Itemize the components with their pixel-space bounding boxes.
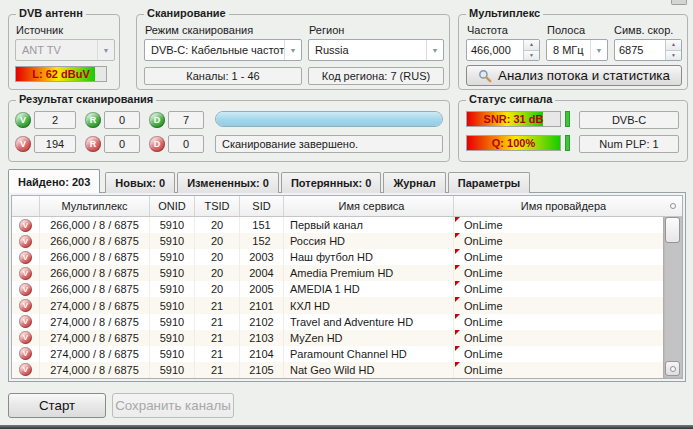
band-select[interactable]: 8 МГц ▼ (546, 39, 608, 61)
scan-mode-select[interactable]: DVB-C: Кабельные частоты ▼ (144, 39, 302, 61)
table-row[interactable]: V 274,000 / 8 / 6875 5910 21 2103 MyZen … (12, 330, 663, 346)
cell-sid: 2104 (240, 346, 284, 362)
mux-group-title: Мультиплекс (466, 7, 543, 19)
table-row[interactable]: V 266,000 / 8 / 6875 5910 20 2003 Наш фу… (12, 249, 663, 265)
cell-provider-name: OnLime (454, 330, 663, 346)
dvb-scanner-window: DVB антенн Источник ANT TV ▼ L: 62 dBuV … (0, 0, 693, 429)
modified-marker-icon (455, 362, 460, 367)
cell-onid: 5910 (150, 217, 195, 233)
table-row[interactable]: V 274,000 / 8 / 6875 5910 21 2105 Nat Ge… (12, 362, 663, 378)
vertical-scrollbar[interactable] (663, 217, 682, 378)
cell-multiplex: 266,000 / 8 / 6875 (40, 281, 150, 297)
scroll-down-button[interactable] (665, 361, 680, 376)
spin-down-icon[interactable]: ▼ (666, 51, 681, 61)
table-row[interactable]: V 266,000 / 8 / 6875 5910 20 151 Первый … (12, 217, 663, 233)
symbol-rate-spinner[interactable]: 6875 ▲▼ (614, 39, 682, 61)
signal-level-bar: L: 62 dBuV (15, 66, 107, 82)
cell-sid: 151 (240, 217, 284, 233)
results-tab[interactable]: Новых: 0 (105, 172, 175, 193)
cell-sid: 2003 (240, 249, 284, 265)
cell-service-name: Первый канал (284, 217, 454, 233)
spin-down-icon[interactable]: ▼ (524, 51, 539, 61)
cell-service-name: КХЛ HD (284, 297, 454, 313)
scroll-corner-button[interactable] (663, 196, 682, 216)
scan-group: Сканирование Режим сканирования Регион D… (136, 14, 450, 90)
scan-status-box: Сканирование завершено. (215, 135, 443, 153)
modified-marker-icon (455, 346, 460, 351)
channels-range-box: Каналы: 1 - 46 (144, 67, 302, 85)
mux-group: Мультиплекс Частота Полоса Симв. скор. 4… (458, 14, 688, 90)
col-service-name[interactable]: Имя сервиса (284, 196, 454, 216)
start-button[interactable]: Старт (8, 393, 106, 418)
r-ok-icon: R (85, 112, 101, 128)
cell-onid: 5910 (150, 362, 195, 378)
source-select[interactable]: ANT TV ▼ (15, 39, 115, 61)
d-fail-icon: D (149, 136, 165, 152)
cell-provider-name: OnLime (454, 362, 663, 378)
service-status-icon: V (19, 315, 32, 328)
r-fail-count: 0 (104, 135, 140, 153)
save-channels-button[interactable]: Сохранить каналы (112, 393, 234, 418)
cell-multiplex: 274,000 / 8 / 6875 (40, 330, 150, 346)
analyze-stream-button[interactable]: Анализ потока и статистика (466, 65, 682, 86)
col-multiplex[interactable]: Мультиплекс (40, 196, 150, 216)
cell-sid: 2103 (240, 330, 284, 346)
frequency-label: Частота (467, 24, 508, 36)
table-row[interactable]: V 266,000 / 8 / 6875 5910 20 2004 Amedia… (12, 265, 663, 281)
scroll-dot-icon (670, 366, 676, 372)
region-select[interactable]: Russia ▼ (308, 39, 444, 61)
service-status-icon: V (19, 299, 32, 312)
modified-marker-icon (455, 281, 460, 286)
cell-sid: 2102 (240, 314, 284, 330)
results-tab[interactable]: Параметры (448, 172, 530, 193)
results-tab[interactable]: Потерянных: 0 (281, 172, 382, 193)
col-status[interactable] (12, 196, 40, 216)
modified-marker-icon (455, 330, 460, 335)
scrollbar-thumb[interactable] (665, 217, 680, 243)
scan-mode-value: DVB-C: Кабельные частоты (145, 44, 284, 56)
table-row[interactable]: V 266,000 / 8 / 6875 5910 20 2005 AMEDIA… (12, 281, 663, 297)
quality-lock-indicator (565, 135, 570, 151)
results-panel: Мультиплекс ONID TSID SID Имя сервиса Им… (8, 192, 686, 382)
cell-provider-name: OnLime (454, 249, 663, 265)
cell-onid: 5910 (150, 281, 195, 297)
standard-box: DVB-C (579, 111, 679, 129)
symbol-rate-label: Симв. скор. (614, 24, 673, 36)
service-status-icon: V (19, 331, 32, 344)
frequency-spinner[interactable]: 466,000 ▲▼ (466, 39, 540, 61)
antenna-group: DVB антенн Источник ANT TV ▼ L: 62 dBuV (8, 14, 120, 90)
spin-up-icon[interactable]: ▲ (666, 40, 681, 51)
cell-sid: 2105 (240, 362, 284, 378)
cell-service-name: Travel and Adventure HD (284, 314, 454, 330)
col-tsid[interactable]: TSID (195, 196, 240, 216)
modified-marker-icon (455, 217, 460, 222)
results-tab[interactable]: Найдено: 203 (8, 169, 100, 193)
window-bottom-edge (0, 425, 693, 429)
service-status-icon: V (19, 219, 32, 232)
results-tab[interactable]: Журнал (383, 172, 445, 193)
spin-up-icon[interactable]: ▲ (524, 40, 539, 51)
signal-level-text: L: 62 dBuV (16, 67, 106, 81)
table-row[interactable]: V 266,000 / 8 / 6875 5910 20 152 Россия … (12, 233, 663, 249)
cell-sid: 2004 (240, 265, 284, 281)
source-label: Источник (16, 24, 63, 36)
table-row[interactable]: V 274,000 / 8 / 6875 5910 21 2104 Paramo… (12, 346, 663, 362)
table-row[interactable]: V 274,000 / 8 / 6875 5910 21 2102 Travel… (12, 314, 663, 330)
quality-bar: Q: 100% (466, 135, 561, 151)
antenna-group-title: DVB антенн (16, 7, 86, 19)
region-label: Регион (309, 24, 344, 36)
scan-result-title: Результат сканирования (16, 93, 156, 105)
source-select-value: ANT TV (16, 44, 97, 56)
cell-onid: 5910 (150, 249, 195, 265)
chevron-down-icon: ▼ (590, 40, 607, 60)
table-row[interactable]: V 274,000 / 8 / 6875 5910 21 2101 КХЛ HD… (12, 297, 663, 313)
window-control-remnant (671, 0, 687, 5)
v-fail-icon: V (15, 136, 31, 152)
col-onid[interactable]: ONID (150, 196, 195, 216)
cell-onid: 5910 (150, 233, 195, 249)
results-tab[interactable]: Измененных: 0 (177, 172, 279, 193)
col-provider-name[interactable]: Имя провайдера (454, 196, 663, 216)
table-body: V 266,000 / 8 / 6875 5910 20 151 Первый … (12, 217, 663, 378)
service-status-icon: V (19, 363, 32, 376)
col-sid[interactable]: SID (240, 196, 284, 216)
